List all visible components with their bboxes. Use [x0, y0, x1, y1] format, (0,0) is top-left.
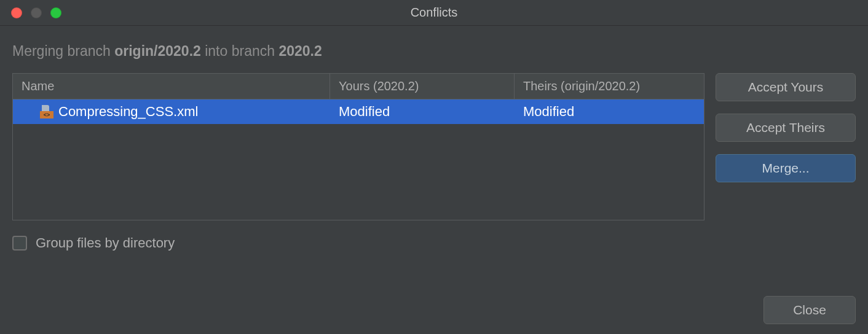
- cell-yours: Modified: [330, 99, 515, 124]
- close-button[interactable]: Close: [763, 296, 856, 324]
- side-actions: Accept Yours Accept Theirs Merge...: [716, 73, 856, 182]
- source-branch: origin/2020.2: [114, 43, 201, 59]
- window-title: Conflicts: [0, 6, 868, 20]
- merge-prefix: Merging branch: [12, 43, 114, 59]
- table-header: Name Yours (2020.2) Theirs (origin/2020.…: [13, 74, 704, 99]
- group-by-directory-option[interactable]: Group files by directory: [12, 235, 856, 251]
- table-row[interactable]: <> Compressing_CSS.xml Modified Modified: [13, 99, 704, 124]
- column-header-yours[interactable]: Yours (2020.2): [330, 74, 515, 99]
- minimize-window-icon[interactable]: [31, 7, 42, 18]
- merge-description: Merging branch origin/2020.2 into branch…: [12, 43, 856, 60]
- group-by-directory-label: Group files by directory: [36, 235, 175, 251]
- merge-button[interactable]: Merge...: [716, 154, 856, 182]
- group-by-directory-checkbox[interactable]: [12, 236, 27, 251]
- maximize-window-icon[interactable]: [50, 7, 61, 18]
- column-header-theirs[interactable]: Theirs (origin/2020.2): [515, 74, 704, 99]
- target-branch: 2020.2: [278, 43, 322, 59]
- accept-theirs-button[interactable]: Accept Theirs: [716, 114, 856, 142]
- window-controls: [11, 7, 61, 18]
- file-name: Compressing_CSS.xml: [58, 104, 198, 120]
- dialog-footer: Close: [763, 296, 856, 324]
- merge-middle: into branch: [201, 43, 279, 59]
- column-header-name[interactable]: Name: [13, 74, 330, 99]
- accept-yours-button[interactable]: Accept Yours: [716, 73, 856, 101]
- xml-file-icon: <>: [40, 105, 53, 118]
- table-body: <> Compressing_CSS.xml Modified Modified: [13, 99, 704, 220]
- conflicts-table: Name Yours (2020.2) Theirs (origin/2020.…: [12, 73, 704, 220]
- cell-theirs: Modified: [515, 99, 704, 124]
- close-window-icon[interactable]: [11, 7, 22, 18]
- titlebar: Conflicts: [0, 0, 868, 26]
